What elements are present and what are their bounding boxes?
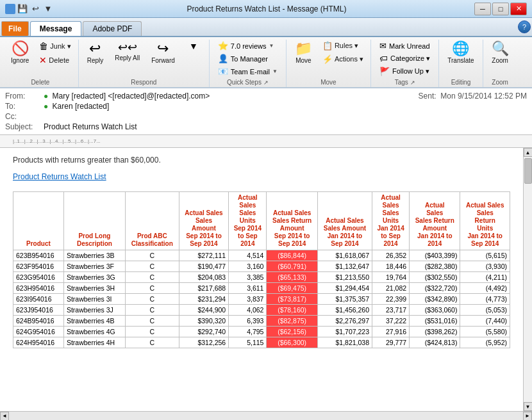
th-actual-sales-jan-units: ActualSalesSalesUnitsJan 2014to Sep2014: [372, 192, 410, 250]
maximize-button[interactable]: □: [492, 3, 509, 15]
save-quick-btn[interactable]: 💾: [17, 3, 28, 15]
main-container: 💾 ↩ ▼ Product Returns Watch List - Messa…: [0, 0, 532, 420]
to-manager-icon: 👤: [218, 54, 228, 63]
subject-value: Product Returns Watch List: [44, 122, 137, 131]
editing-group-label: Editing: [443, 79, 478, 86]
quicksteps-group-label: Quick Steps ↗: [213, 79, 282, 86]
delete-button[interactable]: ✕ Delete: [36, 54, 74, 67]
horizontal-scrollbar[interactable]: ◄ ►: [0, 411, 532, 420]
th-actual-sales-sep-units: ActualSalesSalesUnitsSep 2014to Sep2014: [229, 192, 267, 250]
product-table: Product Prod LongDescription Prod ABCCla…: [13, 191, 510, 348]
ribbon-group-editing-content: 🌐 Translate: [443, 40, 478, 77]
respond-more-button[interactable]: ▼: [182, 40, 205, 52]
categorize-icon: 🏷: [379, 54, 388, 63]
scroll-up-arrow[interactable]: ▲: [524, 148, 533, 157]
undo-quick-btn[interactable]: ↩: [29, 3, 41, 15]
reply-icon: ↩: [89, 42, 101, 56]
ruler: |..1...|...2...|...3...|...4...|...5...|…: [0, 135, 532, 148]
translate-button[interactable]: 🌐 Translate: [443, 40, 478, 66]
ignore-icon: 🚫: [12, 42, 29, 56]
table-row: 623B954016Strawberries 3BC$272,1114,514(…: [13, 250, 510, 261]
th-prod-abc: Prod ABCClassification: [125, 192, 179, 250]
reply-all-icon: ↩↩: [118, 42, 137, 53]
ribbon-group-delete-content: 🚫 Ignore 🗑 Junk ▾ ✕ Delete: [6, 40, 74, 77]
subject-row: Subject: Product Returns Watch List: [5, 122, 527, 132]
ignore-button[interactable]: 🚫 Ignore: [6, 40, 33, 66]
from-row: From: ● Mary [redacted] <[redacted]@[red…: [5, 91, 527, 101]
mark-unread-button[interactable]: ✉ Mark Unread: [375, 40, 435, 52]
title-bar: 💾 ↩ ▼ Product Returns Watch List - Messa…: [0, 0, 532, 18]
scroll-down-arrow[interactable]: ▼: [524, 402, 533, 411]
ribbon-group-delete: 🚫 Ignore 🗑 Junk ▾ ✕ Delete Delete: [3, 40, 79, 87]
from-value: Mary [redacted] <[redacted]@[redacted].c…: [53, 92, 210, 101]
sent-value: Sent: Mon 9/15/2014 12:52 PM: [419, 92, 527, 101]
email-header: From: ● Mary [redacted] <[redacted]@[red…: [0, 88, 532, 135]
translate-icon: 🌐: [452, 42, 469, 56]
table-row: 624B954016Strawberries 4BC$390,3206,393(…: [13, 316, 510, 327]
move-button[interactable]: 📁 Move: [290, 40, 317, 66]
to-manager-quickstep[interactable]: 👤 To Manager: [213, 52, 272, 65]
ribbon-group-editing: 🌐 Translate Editing: [439, 40, 483, 87]
follow-up-icon: 🚩: [379, 67, 390, 76]
th-actual-sales-jan-amt: Actual SalesSales AmountJan 2014 toSep 2…: [317, 192, 372, 250]
forward-icon: ↪: [157, 42, 169, 56]
title-bar-left: 💾 ↩ ▼: [5, 3, 59, 15]
tags-group-label: Tags ↗: [375, 79, 435, 86]
th-actual-sales-sep-amt: Actual SalesSalesAmountSep 2014 toSep 20…: [179, 192, 229, 250]
tab-file[interactable]: File: [1, 21, 29, 36]
app-icon: [5, 4, 15, 14]
title-bar-controls: ─ □ ✕: [474, 3, 527, 15]
tab-message[interactable]: Message: [30, 21, 82, 36]
qa-dropdown-btn[interactable]: ▼: [42, 3, 54, 15]
ribbon-group-respond-content: ↩ Reply ↩↩ Reply All ↪ Forward ▼: [83, 40, 205, 77]
ribbon-group-move-content: 📁 Move 📋 Rules ▾ ⚡ Actions ▾: [290, 40, 367, 77]
zoom-button[interactable]: 🔍 Zoom: [487, 40, 513, 66]
junk-button[interactable]: 🗑 Junk ▾: [36, 40, 74, 52]
vertical-scrollbar[interactable]: ▲ ▼: [523, 148, 532, 411]
scroll-thumb[interactable]: [524, 158, 532, 184]
email-body-scroll[interactable]: Products with returns greater than $60,0…: [0, 148, 523, 411]
body-intro-text: Products with returns greater than $60,0…: [13, 156, 510, 165]
ignore-label: Ignore: [11, 57, 29, 64]
move-group-label: Move: [290, 79, 367, 86]
tab-adobe-pdf[interactable]: Adobe PDF: [83, 21, 142, 36]
body-area: Products with returns greater than $60,0…: [0, 148, 532, 411]
help-button[interactable]: ?: [518, 20, 531, 33]
forward-button[interactable]: ↪ Forward: [147, 40, 179, 66]
ribbon-tab-bar: File Message Adobe PDF ?: [0, 18, 532, 37]
email-body: Products with returns greater than $60,0…: [0, 148, 523, 404]
table-row: 623F954016Strawberries 3FC$190,4773,160(…: [13, 261, 510, 272]
reviews-quickstep[interactable]: ⭐ 7.0 reviews ▼: [213, 40, 279, 52]
product-returns-link[interactable]: Product Returns Watch List: [13, 172, 510, 181]
table-row: 623H954016Strawberries 3HC$217,6883,611(…: [13, 283, 510, 294]
table-row: 624H954016Strawberries 4HC$312,2565,115(…: [13, 337, 510, 348]
from-status-dot: ●: [44, 92, 48, 101]
reply-all-button[interactable]: ↩↩ Reply All: [110, 40, 144, 63]
scroll-right-arrow[interactable]: ►: [523, 412, 532, 421]
follow-up-button[interactable]: 🚩 Follow Up ▾: [375, 65, 434, 77]
cc-row: Cc:: [5, 111, 527, 122]
th-actual-return-jan-units: Actual SalesSalesReturnUnitsJan 2014 toS…: [460, 192, 510, 250]
to-row: To: ● Karen [redacted]: [5, 101, 527, 111]
close-button[interactable]: ✕: [510, 3, 527, 15]
h-scroll-track[interactable]: [9, 412, 523, 421]
team-email-quickstep[interactable]: 📧 Team E-mail ▼: [213, 65, 282, 77]
minimize-button[interactable]: ─: [474, 3, 491, 15]
rules-icon: 📋: [322, 42, 333, 50]
rules-button[interactable]: 📋 Rules ▾: [319, 40, 367, 52]
actions-icon: ⚡: [322, 55, 333, 63]
ribbon-group-zoom-content: 🔍 Zoom: [487, 40, 513, 77]
delete-icon: ✕: [39, 56, 47, 65]
ribbon-group-respond: ↩ Reply ↩↩ Reply All ↪ Forward ▼ Respond: [79, 40, 210, 87]
to-status-dot: ●: [44, 102, 48, 111]
junk-icon: 🗑: [39, 42, 48, 51]
scroll-left-arrow[interactable]: ◄: [0, 412, 9, 421]
th-product: Product: [13, 192, 64, 250]
actions-button[interactable]: ⚡ Actions ▾: [319, 53, 367, 65]
quick-access-toolbar: 💾 ↩ ▼: [5, 3, 54, 15]
to-value: Karen [redacted]: [53, 102, 110, 111]
team-email-icon: 📧: [218, 67, 228, 76]
table-row: 623G954016Strawberries 3GC$204,0833,385(…: [13, 272, 510, 283]
reply-button[interactable]: ↩ Reply: [83, 40, 108, 66]
categorize-button[interactable]: 🏷 Categorize ▾: [375, 52, 435, 65]
